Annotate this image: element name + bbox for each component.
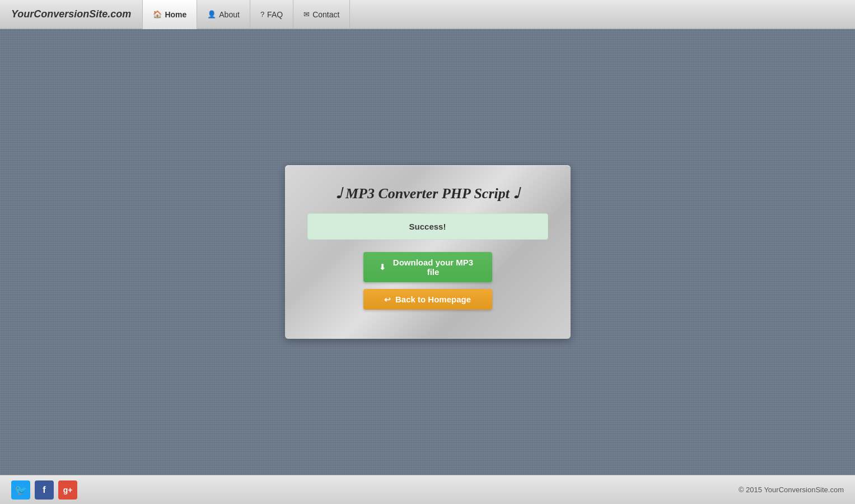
nav-faq[interactable]: ? FAQ — [250, 0, 293, 29]
google-plus-symbol: g+ — [63, 486, 73, 494]
nav-home-label: Home — [165, 10, 186, 19]
footer-copyright: © 2015 YourConversionSite.com — [739, 486, 844, 494]
navbar: YourConversionSite.com 🏠 Home 👤 About ? … — [0, 0, 855, 29]
google-plus-icon[interactable]: g+ — [58, 480, 77, 500]
brand-name: YourConversionSite.com — [11, 8, 131, 20]
facebook-f-icon: f — [43, 485, 45, 495]
nav-items: 🏠 Home 👤 About ? FAQ ✉ Contact — [142, 0, 350, 29]
download-button-label: Download your MP3 file — [390, 258, 476, 277]
nav-about-label: About — [219, 10, 240, 19]
facebook-icon[interactable]: f — [35, 480, 54, 500]
download-icon: ⬇ — [379, 263, 386, 272]
buttons-container: ⬇ Download your MP3 file ↩ Back to Homep… — [307, 252, 548, 316]
twitter-bird-icon: 🐦 — [15, 484, 27, 496]
social-icons: 🐦 f g+ — [11, 480, 77, 500]
back-button-label: Back to Homepage — [395, 295, 471, 304]
footer: 🐦 f g+ © 2015 YourConversionSite.com — [0, 475, 855, 504]
back-to-homepage-button[interactable]: ↩ Back to Homepage — [363, 289, 492, 310]
nav-faq-label: FAQ — [267, 10, 283, 19]
nav-about[interactable]: 👤 About — [197, 0, 250, 29]
nav-contact-label: Contact — [312, 10, 339, 19]
contact-icon: ✉ — [303, 10, 310, 18]
download-mp3-button[interactable]: ⬇ Download your MP3 file — [363, 252, 492, 282]
card-title: ♩ MP3 Converter PHP Script ♩ — [307, 185, 548, 202]
nav-home[interactable]: 🏠 Home — [142, 0, 197, 29]
twitter-icon[interactable]: 🐦 — [11, 480, 30, 500]
back-icon: ↩ — [384, 295, 391, 304]
success-banner: Success! — [307, 213, 548, 240]
main-content: ♩ MP3 Converter PHP Script ♩ Success! ⬇ … — [0, 29, 855, 475]
home-icon: 🏠 — [153, 10, 162, 18]
nav-contact[interactable]: ✉ Contact — [293, 0, 350, 29]
about-icon: 👤 — [207, 10, 216, 18]
main-card: ♩ MP3 Converter PHP Script ♩ Success! ⬇ … — [285, 165, 571, 339]
faq-icon: ? — [260, 10, 264, 18]
